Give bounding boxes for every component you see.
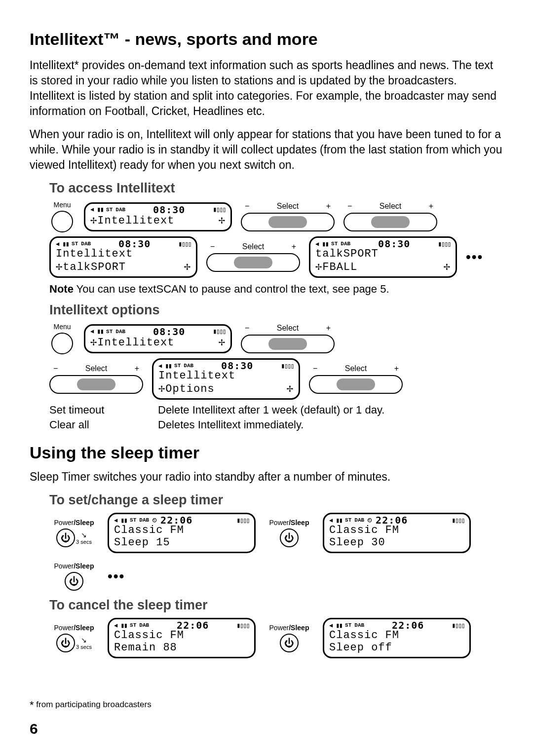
select-rocker[interactable] [241,213,335,231]
left-arrow-icon: ◀ [90,206,94,213]
lcd-sleepoff: ◀▮▮ STDAB 22:06 ▮▯▯▯ Classic FM Sleep of… [323,618,471,658]
timer-icon: ⏲ [152,517,157,524]
page-title: Intellitext™ - news, sports and more [30,30,503,49]
opt-val: Deletes Intellitext immediately. [158,418,304,431]
options-table: Set timeoutDelete Intellitext after 1 we… [49,404,503,431]
power-button[interactable]: ⏻ [56,634,75,652]
plus-label: + [326,202,331,211]
battery-icon: ▮▯▯▯ [213,205,226,214]
power-button[interactable]: ⏻ [56,529,75,547]
note-textscan: Note You can use textSCAN to pause and c… [49,283,503,296]
power-button[interactable]: ⏻ [280,529,299,547]
power-button[interactable]: ⏻ [65,572,83,591]
ellipsis-icon: ••• [108,568,125,584]
opt-val: Delete Intellitext after 1 week (default… [158,404,384,416]
power-button[interactable]: ⏻ [280,634,299,652]
lcd-remain: ◀▮▮ STDAB 22:06 ▮▯▯▯ Classic FM Remain 8… [108,618,256,658]
subheading-cancel-sleep: To cancel the sleep timer [49,598,503,613]
menu-label: Menu [53,201,71,209]
page-number: 6 [30,720,38,737]
select-rocker[interactable] [206,253,300,272]
diagram-options: Menu ◀▮▮ STDAB 08:30 ▮▯▯▯ ✢Intellitext✢ … [49,323,503,400]
subheading-access: To access Intellitext [49,181,503,196]
diagram-set-sleep: Power/Sleep ⏻↘3 secs ◀▮▮ STDAB ⏲ 22:06 ▮… [49,513,503,591]
menu-knob[interactable] [51,333,73,354]
lcd-text: ✢Intellitext [90,214,174,227]
intro-paragraph-1: Intellitext* provides on-demand text inf… [30,58,503,119]
lcd-intellitext: ◀ ▮▮ ST DAB 08:30 ▮▯▯▯ ✢Intellitext✢ [84,202,232,231]
minus-label: − [245,202,249,211]
select-rocker[interactable] [49,375,143,394]
select-rocker[interactable] [343,213,437,231]
subheading-set-sleep: To set/change a sleep timer [49,492,503,508]
intro-paragraph-2: When your radio is on, Intellitext will … [30,127,503,173]
hold-3secs: 3 secs [76,539,92,545]
lcd-talksport: ◀▮▮ STDAB 08:30 ▮▯▯▯ Intellitext ✢talkSP… [49,236,197,278]
lcd-fball: ◀▮▮ STDAB 08:30 ▮▯▯▯ talkSPORT ✢FBALL✢ [309,236,457,278]
subheading-options: Intellitext options [49,302,503,318]
st-icon: ST [106,207,113,213]
opt-key: Clear all [49,418,158,431]
diagram-cancel-sleep: Power/Sleep ⏻↘3 secs ◀▮▮ STDAB 22:06 ▮▯▯… [49,618,503,658]
lcd-sleep30: ◀▮▮ STDAB ⏲ 22:06 ▮▯▯▯ Classic FM Sleep … [323,513,471,553]
menu-knob[interactable] [51,211,73,232]
dab-icon: DAB [115,207,125,213]
select-rocker[interactable] [309,375,403,394]
footnote: * from participating broadcasters [30,699,152,712]
select-rocker[interactable] [241,335,335,353]
sleep-intro: Sleep Timer switches your radio into sta… [30,469,503,485]
ellipsis-icon: ••• [466,249,483,265]
heading-sleep: Using the sleep timer [30,443,503,462]
opt-key: Set timeout [49,404,158,416]
timer-icon: ⏲ [367,517,373,524]
signal-icon: ▮▮ [97,205,103,214]
lcd-options: ◀▮▮ STDAB 08:30 ▮▯▯▯ Intellitext ✢Option… [152,358,300,400]
lcd-intellitext: ◀▮▮ STDAB 08:30 ▮▯▯▯ ✢Intellitext✢ [84,324,232,353]
select-label: Select [249,202,326,211]
lcd-sleep15: ◀▮▮ STDAB ⏲ 22:06 ▮▯▯▯ Classic FM Sleep … [108,513,256,553]
diagram-access: Menu ◀ ▮▮ ST DAB 08:30 ▮▯▯▯ ✢Intellitext… [49,201,503,278]
